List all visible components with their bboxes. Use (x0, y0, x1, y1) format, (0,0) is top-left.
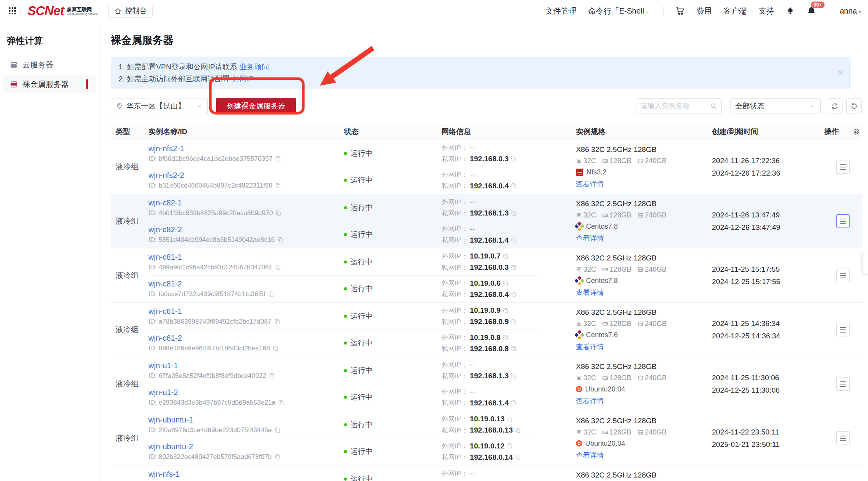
close-icon[interactable]: × (838, 68, 843, 78)
copy-id-icon[interactable] (274, 319, 280, 325)
row-actions-menu-button[interactable] (836, 323, 850, 336)
copy-wan-ip-icon[interactable] (503, 308, 509, 314)
console-button[interactable]: 控制台 (108, 4, 153, 18)
copy-wan-ip-icon[interactable] (507, 416, 513, 422)
row-actions-menu-button[interactable] (836, 377, 850, 391)
wan-ip-value: 10.19.0.12 (470, 442, 505, 450)
wan-ip-label: 外网IP： (442, 469, 468, 478)
row-actions-menu-button[interactable] (836, 269, 850, 282)
instance-name-link[interactable]: wjn-nfs-1 (148, 470, 180, 479)
instance-name-link[interactable]: wjn-ubuntu-1 (148, 415, 193, 424)
app-grid-icon[interactable] (5, 5, 20, 16)
cloud-app-icon[interactable] (785, 6, 795, 16)
active-indicator (86, 79, 88, 89)
sidebar: 弹性计算 云服务器 裸金属服务器 (0, 22, 100, 481)
status-cell: 运行中 (344, 284, 442, 294)
copy-id-icon[interactable] (275, 264, 281, 271)
status-label: 运行中 (351, 420, 373, 430)
view-details-link[interactable]: 查看详情 (576, 179, 604, 189)
copy-lan-ip-icon[interactable] (511, 319, 517, 325)
copy-lan-ip-icon[interactable] (515, 428, 521, 433)
status-filter-select[interactable]: 全部状态 (730, 98, 821, 114)
nav-support[interactable]: 支持 (758, 6, 774, 16)
instance-id: ID: 5851d404cb994ec8a3b5149042ae8c16 (148, 236, 275, 244)
copy-id-icon[interactable] (278, 400, 284, 406)
copy-id-icon[interactable] (268, 291, 274, 297)
instance-name-link[interactable]: wjn-u1-2 (148, 388, 178, 397)
notifications-bell-icon[interactable]: 99+ (807, 6, 816, 16)
reset-button[interactable] (846, 98, 862, 114)
copy-id-icon[interactable] (275, 454, 281, 460)
subrows: wjn-ubuntu-1 ID: 2f0a8976d3ce4d69be223d0… (148, 411, 576, 465)
copy-lan-ip-icon[interactable] (511, 265, 517, 271)
view-details-link[interactable]: 查看详情 (576, 451, 604, 460)
disk-icon (637, 212, 644, 219)
copy-id-icon[interactable] (275, 156, 281, 162)
instance-name-link[interactable]: wjn-nfs2-2 (148, 171, 184, 180)
instance-id: ID: 898e186a9e964f97bf1d643cf2bea168 (148, 345, 270, 352)
view-details-link[interactable]: 查看详情 (576, 397, 604, 406)
table-row-group: 液冷组 wjn-nfs-1 ID: e74a7d37bb844738af1ead… (111, 465, 862, 481)
instance-name-link[interactable]: wjn-c81-2 (148, 279, 182, 288)
search-icon[interactable] (710, 102, 717, 110)
user-menu[interactable]: anna▾ (840, 7, 861, 16)
create-bare-metal-button[interactable]: 创建裸金属服务器 (216, 98, 296, 114)
scnet-logo[interactable]: SCNet 超算互联网 SuperComputing Network (28, 5, 98, 17)
copy-lan-ip-icon[interactable] (511, 210, 517, 216)
nav-eshell[interactable]: 命令行「E-Shell」 (588, 6, 651, 16)
instance-name-link[interactable]: wjn-c61-2 (148, 334, 182, 343)
instance-name-link[interactable]: wjn-nfs2-1 (148, 144, 184, 153)
search-input[interactable] (641, 102, 710, 110)
instance-name-link[interactable]: wjn-c81-1 (148, 253, 182, 262)
region-select[interactable]: 华东一区【昆山】 (111, 98, 208, 114)
view-details-link[interactable]: 查看详情 (576, 342, 604, 352)
copy-id-icon[interactable] (275, 183, 281, 189)
copy-lan-ip-icon[interactable] (511, 346, 517, 352)
chevron-down-icon (810, 103, 816, 109)
copy-id-icon[interactable] (275, 210, 282, 216)
copy-lan-ip-icon[interactable] (515, 454, 521, 460)
copy-wan-ip-icon[interactable] (503, 334, 509, 340)
name-cell: wjn-u1-2 ID: e293843d3e3b497b97c5d0d9a55… (148, 388, 344, 407)
notice-line-2: 2. 如需主动访问外部互联网请配置外网IP (119, 73, 829, 85)
spec-disk: 240GB (645, 374, 667, 382)
instance-name-link[interactable]: wjn-c61-1 (148, 307, 182, 316)
wan-ip-value: -- (470, 198, 475, 206)
nav-cost[interactable]: 费用 (696, 6, 712, 16)
lan-ip-value: 192.168.0.4 (470, 290, 509, 299)
copy-wan-ip-icon[interactable] (503, 253, 509, 259)
business-advisor-link[interactable]: 业务顾问 (239, 63, 269, 71)
instance-name-link[interactable]: wjn-ubuntu-2 (148, 442, 193, 451)
copy-id-icon[interactable] (273, 345, 279, 352)
view-details-link[interactable]: 查看详情 (576, 234, 604, 243)
row-actions-menu-button[interactable] (836, 160, 850, 174)
column-settings-gear-icon[interactable] (853, 128, 860, 136)
copy-lan-ip-icon[interactable] (511, 183, 517, 189)
table-body: 液冷组 wjn-nfs2-1 ID: bf06d1bc96ce4ca1bc2eb… (111, 140, 862, 481)
row-actions-menu-button[interactable] (836, 214, 850, 228)
instance-name-link[interactable]: wjn-c82-2 (148, 225, 182, 234)
refresh-button[interactable] (827, 98, 842, 114)
copy-wan-ip-icon[interactable] (507, 443, 513, 449)
external-ip-link[interactable]: 外网IP (232, 75, 254, 83)
instance-name-link[interactable]: wjn-u1-1 (148, 361, 178, 370)
copy-lan-ip-icon[interactable] (511, 291, 517, 297)
scroll-handle[interactable] (862, 251, 868, 275)
copy-id-icon[interactable] (269, 373, 275, 379)
nav-client[interactable]: 客户端 (724, 6, 747, 16)
copy-lan-ip-icon[interactable] (511, 237, 517, 243)
copy-lan-ip-icon[interactable] (511, 400, 517, 406)
sidebar-item-cloud-server[interactable]: 云服务器 (3, 55, 96, 74)
copy-lan-ip-icon[interactable] (511, 373, 517, 379)
instance-name-link[interactable]: wjn-c82-1 (148, 198, 182, 207)
copy-lan-ip-icon[interactable] (511, 156, 517, 162)
row-actions-menu-button[interactable] (836, 431, 850, 445)
copy-id-icon[interactable] (275, 427, 281, 433)
nav-file-management[interactable]: 文件管理 (545, 6, 576, 16)
copy-wan-ip-icon[interactable] (503, 280, 509, 286)
table-row: wjn-c81-1 ID: 499a9fc1c96a42cb93c124567b… (148, 248, 576, 276)
cart-icon[interactable] (675, 6, 685, 16)
copy-id-icon[interactable] (277, 237, 284, 243)
sidebar-item-bare-metal[interactable]: 裸金属服务器 (3, 75, 96, 93)
view-details-link[interactable]: 查看详情 (576, 288, 604, 297)
